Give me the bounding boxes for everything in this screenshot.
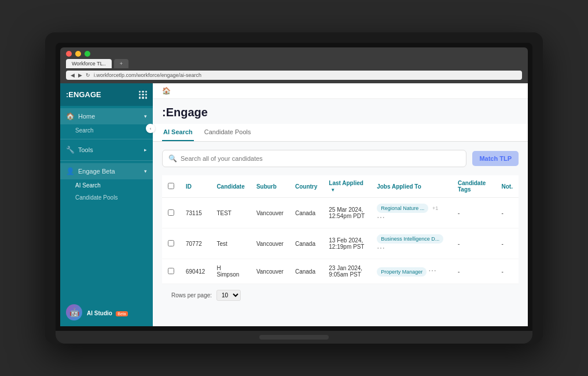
row-checkbox[interactable] bbox=[168, 209, 174, 216]
main-content: 🏠 :Engage AI Search Candidate Pools 🔍 Ma… bbox=[153, 83, 528, 326]
row-checkbox-cell bbox=[162, 259, 180, 284]
rows-per-page-label: Rows per page: bbox=[171, 292, 212, 298]
cell-candidate-tags: - bbox=[452, 228, 496, 259]
sidebar-nav: 🏠 Home ▾ Search 🔧 Tools ▸ 👤 Engag bbox=[60, 106, 153, 206]
cell-jobs-applied: Business Intelligence D... ⋯ bbox=[371, 228, 452, 259]
sidebar-home-label: Home bbox=[78, 113, 95, 120]
col-candidate-tags: Candidate Tags bbox=[452, 175, 496, 198]
chevron-icon: ▾ bbox=[144, 113, 147, 119]
table-row: 70772 Test Vancouver Canada 13 Feb 2024,… bbox=[162, 228, 519, 259]
browser-tab[interactable]: Workforce TL.. bbox=[66, 59, 112, 68]
col-country: Country bbox=[289, 175, 323, 198]
home-icon: 🏠 bbox=[66, 112, 75, 120]
cell-id: 73115 bbox=[180, 198, 211, 228]
close-dot[interactable] bbox=[66, 51, 72, 57]
tab-ai-search[interactable]: AI Search bbox=[162, 124, 194, 141]
tools-chevron-icon: ▸ bbox=[144, 147, 147, 153]
sidebar-item-ai-search[interactable]: AI Search bbox=[60, 179, 153, 191]
job-tag[interactable]: Regional Nature ... bbox=[377, 204, 428, 213]
sort-arrow-icon: ▼ bbox=[330, 187, 335, 193]
job-tag[interactable]: Property Manager bbox=[377, 267, 427, 277]
cell-last-applied: 13 Feb 2024, 12:19pm PST bbox=[323, 228, 371, 259]
cell-candidate: H Simpson bbox=[211, 259, 251, 284]
cell-suburb: Vancouver bbox=[251, 228, 289, 259]
ai-studio-label: AI Studio bbox=[87, 310, 112, 316]
job-menu-icon[interactable]: ⋯ bbox=[428, 266, 436, 275]
sidebar-item-engage-beta[interactable]: 👤 Engage Beta ▾ bbox=[60, 163, 153, 179]
maximize-dot[interactable] bbox=[84, 51, 90, 57]
col-checkbox bbox=[162, 175, 180, 198]
url-text: i.workforcetlp.com/workforce/engage/ai-s… bbox=[94, 72, 201, 78]
col-suburb: Suburb bbox=[251, 175, 289, 198]
match-tlp-button[interactable]: Match TLP bbox=[472, 151, 519, 166]
trackpad bbox=[259, 335, 329, 340]
ai-studio-section[interactable]: 🤖 AI Studio Beta bbox=[60, 298, 153, 326]
content-area: 🔍 Match TLP ID Candidat bbox=[153, 142, 528, 315]
search-input[interactable] bbox=[181, 155, 460, 162]
grid-icon[interactable] bbox=[139, 91, 147, 99]
cell-suburb: Vancouver bbox=[251, 198, 289, 228]
cell-country: Canada bbox=[289, 198, 323, 228]
job-count: +1 bbox=[432, 205, 438, 211]
ai-studio-avatar: 🤖 bbox=[66, 304, 82, 320]
cell-candidate: Test bbox=[211, 228, 251, 259]
table-row: 73115 TEST Vancouver Canada 25 Mar 2024,… bbox=[162, 198, 519, 228]
minimize-dot[interactable] bbox=[75, 51, 81, 57]
job-menu-icon[interactable]: ⋯ bbox=[377, 244, 385, 253]
cell-jobs-applied: Regional Nature ... +1 ⋯ bbox=[371, 198, 452, 228]
cell-country: Canada bbox=[289, 228, 323, 259]
cell-notes: - bbox=[496, 259, 519, 284]
breadcrumb-home-icon: 🏠 bbox=[162, 87, 171, 95]
job-tag[interactable]: Business Intelligence D... bbox=[377, 234, 443, 244]
address-bar[interactable]: ◀▶↻ i.workforcetlp.com/workforce/engage/… bbox=[66, 71, 522, 80]
row-checkbox[interactable] bbox=[168, 268, 174, 274]
sidebar-item-tools[interactable]: 🔧 Tools ▸ bbox=[60, 142, 153, 158]
cell-last-applied: 25 Mar 2024, 12:54pm PDT bbox=[323, 198, 371, 228]
tab-candidate-pools[interactable]: Candidate Pools bbox=[203, 124, 252, 141]
cell-candidate: TEST bbox=[211, 198, 251, 228]
candidates-table: ID Candidate Suburb Country Last Applied… bbox=[162, 175, 519, 284]
row-checkbox-cell bbox=[162, 228, 180, 259]
sidebar-tools-label: Tools bbox=[78, 146, 93, 153]
sidebar-item-home[interactable]: 🏠 Home ▾ bbox=[60, 108, 153, 124]
cell-id: 70772 bbox=[180, 228, 211, 259]
row-checkbox[interactable] bbox=[168, 240, 174, 246]
cell-candidate-tags: - bbox=[452, 259, 496, 284]
col-last-applied[interactable]: Last Applied ▼ bbox=[323, 175, 371, 198]
sidebar: :ENGAGE 🏠 Home ▾ Search bbox=[60, 83, 153, 326]
cell-candidate-tags: - bbox=[452, 198, 496, 228]
rows-per-page-select[interactable]: 10 25 50 bbox=[216, 290, 241, 301]
table-row: 690412 H Simpson Vancouver Canada 23 Jan… bbox=[162, 259, 519, 284]
cell-last-applied: 23 Jan 2024, 9:05am PST bbox=[323, 259, 371, 284]
col-candidate: Candidate bbox=[211, 175, 251, 198]
pagination: Rows per page: 10 25 50 bbox=[162, 284, 519, 307]
logo-text: :ENGAGE bbox=[66, 90, 101, 99]
new-tab[interactable]: + bbox=[114, 59, 128, 68]
cell-country: Canada bbox=[289, 259, 323, 284]
cell-notes: - bbox=[496, 198, 519, 228]
cell-notes: - bbox=[496, 228, 519, 259]
job-menu-icon[interactable]: ⋯ bbox=[377, 213, 385, 222]
breadcrumb: 🏠 bbox=[153, 83, 528, 99]
sidebar-item-candidate-pools[interactable]: Candidate Pools bbox=[60, 191, 153, 204]
tabs-bar: AI Search Candidate Pools bbox=[153, 124, 528, 142]
sidebar-logo: :ENGAGE bbox=[60, 83, 153, 106]
ai-studio-badge: Beta bbox=[116, 311, 127, 316]
sidebar-item-search[interactable]: Search bbox=[60, 124, 153, 137]
sidebar-engage-label: Engage Beta bbox=[78, 168, 115, 175]
cell-jobs-applied: Property Manager ⋯ bbox=[371, 259, 452, 284]
sidebar-collapse-button[interactable]: ‹ bbox=[146, 124, 155, 133]
cell-id: 690412 bbox=[180, 259, 211, 284]
col-jobs-applied: Jobs Applied To bbox=[371, 175, 452, 198]
engage-chevron-icon: ▾ bbox=[144, 168, 147, 174]
col-notes: Not. bbox=[496, 175, 519, 198]
tools-icon: 🔧 bbox=[66, 146, 75, 154]
select-all-checkbox[interactable] bbox=[168, 183, 174, 189]
search-box[interactable]: 🔍 bbox=[162, 150, 466, 167]
engage-icon: 👤 bbox=[66, 167, 75, 175]
cell-suburb: Vancouver bbox=[251, 259, 289, 284]
row-checkbox-cell bbox=[162, 198, 180, 228]
page-title: :Engage bbox=[153, 99, 528, 124]
search-icon: 🔍 bbox=[168, 154, 177, 163]
search-row: 🔍 Match TLP bbox=[162, 150, 519, 167]
